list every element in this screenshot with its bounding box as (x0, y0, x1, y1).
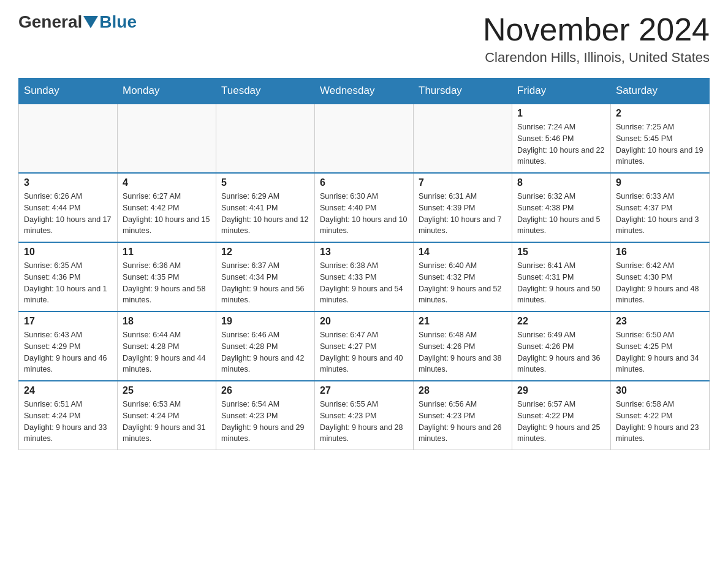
day-number: 27 (320, 385, 408, 396)
calendar-cell: 7Sunrise: 6:31 AMSunset: 4:39 PMDaylight… (414, 173, 512, 242)
calendar-cell: 15Sunrise: 6:41 AMSunset: 4:31 PMDayligh… (512, 242, 611, 312)
calendar-cell: 20Sunrise: 6:47 AMSunset: 4:27 PMDayligh… (315, 312, 414, 381)
day-info: Sunrise: 6:55 AMSunset: 4:23 PMDaylight:… (320, 399, 408, 445)
weekday-header-friday: Friday (512, 79, 611, 104)
day-info: Sunrise: 7:25 AMSunset: 5:45 PMDaylight:… (616, 121, 704, 167)
day-info: Sunrise: 6:41 AMSunset: 4:31 PMDaylight:… (517, 260, 605, 306)
day-info: Sunrise: 6:53 AMSunset: 4:24 PMDaylight:… (123, 399, 211, 445)
logo-triangle-icon (83, 16, 98, 28)
day-number: 14 (419, 247, 507, 258)
weekday-header-row: SundayMondayTuesdayWednesdayThursdayFrid… (19, 79, 710, 104)
calendar-cell (216, 104, 315, 173)
day-number: 4 (123, 177, 211, 188)
calendar-cell: 12Sunrise: 6:37 AMSunset: 4:34 PMDayligh… (216, 242, 315, 312)
day-info: Sunrise: 7:24 AMSunset: 5:46 PMDaylight:… (517, 121, 605, 167)
day-info: Sunrise: 6:47 AMSunset: 4:27 PMDaylight:… (320, 329, 408, 375)
day-info: Sunrise: 6:44 AMSunset: 4:28 PMDaylight:… (123, 329, 211, 375)
day-number: 20 (320, 316, 408, 327)
day-info: Sunrise: 6:46 AMSunset: 4:28 PMDaylight:… (221, 329, 309, 375)
day-number: 26 (221, 385, 309, 396)
day-number: 1 (517, 108, 605, 119)
day-info: Sunrise: 6:56 AMSunset: 4:23 PMDaylight:… (419, 399, 507, 445)
day-number: 15 (517, 247, 605, 258)
day-info: Sunrise: 6:54 AMSunset: 4:23 PMDaylight:… (221, 399, 309, 445)
calendar-cell: 29Sunrise: 6:57 AMSunset: 4:22 PMDayligh… (512, 381, 611, 450)
day-info: Sunrise: 6:30 AMSunset: 4:40 PMDaylight:… (320, 191, 408, 237)
day-number: 17 (24, 316, 112, 327)
calendar-cell: 21Sunrise: 6:48 AMSunset: 4:26 PMDayligh… (414, 312, 512, 381)
day-number: 12 (221, 247, 309, 258)
day-info: Sunrise: 6:58 AMSunset: 4:22 PMDaylight:… (616, 399, 704, 445)
logo-blue-text: Blue (99, 12, 137, 32)
day-number: 5 (221, 177, 309, 188)
day-info: Sunrise: 6:49 AMSunset: 4:26 PMDaylight:… (517, 329, 605, 375)
page-header: General Blue November 2024 Clarendon Hil… (18, 12, 710, 66)
calendar-cell: 23Sunrise: 6:50 AMSunset: 4:25 PMDayligh… (611, 312, 710, 381)
day-number: 3 (24, 177, 112, 188)
location-title: Clarendon Hills, Illinois, United States (483, 50, 710, 66)
day-number: 2 (616, 108, 704, 119)
calendar-cell (118, 104, 216, 173)
calendar-cell: 11Sunrise: 6:36 AMSunset: 4:35 PMDayligh… (118, 242, 216, 312)
day-number: 8 (517, 177, 605, 188)
day-info: Sunrise: 6:26 AMSunset: 4:44 PMDaylight:… (24, 191, 112, 237)
day-info: Sunrise: 6:27 AMSunset: 4:42 PMDaylight:… (123, 191, 211, 237)
day-info: Sunrise: 6:43 AMSunset: 4:29 PMDaylight:… (24, 329, 112, 375)
calendar-cell: 6Sunrise: 6:30 AMSunset: 4:40 PMDaylight… (315, 173, 414, 242)
week-row-3: 10Sunrise: 6:35 AMSunset: 4:36 PMDayligh… (19, 242, 710, 312)
day-info: Sunrise: 6:38 AMSunset: 4:33 PMDaylight:… (320, 260, 408, 306)
calendar-cell: 10Sunrise: 6:35 AMSunset: 4:36 PMDayligh… (19, 242, 118, 312)
calendar-cell: 16Sunrise: 6:42 AMSunset: 4:30 PMDayligh… (611, 242, 710, 312)
calendar-cell: 22Sunrise: 6:49 AMSunset: 4:26 PMDayligh… (512, 312, 611, 381)
calendar-cell: 2Sunrise: 7:25 AMSunset: 5:45 PMDaylight… (611, 104, 710, 173)
calendar-cell: 25Sunrise: 6:53 AMSunset: 4:24 PMDayligh… (118, 381, 216, 450)
day-number: 28 (419, 385, 507, 396)
calendar-cell: 17Sunrise: 6:43 AMSunset: 4:29 PMDayligh… (19, 312, 118, 381)
day-info: Sunrise: 6:35 AMSunset: 4:36 PMDaylight:… (24, 260, 112, 306)
calendar-cell: 24Sunrise: 6:51 AMSunset: 4:24 PMDayligh… (19, 381, 118, 450)
week-row-4: 17Sunrise: 6:43 AMSunset: 4:29 PMDayligh… (19, 312, 710, 381)
day-number: 18 (123, 316, 211, 327)
day-number: 21 (419, 316, 507, 327)
calendar-cell: 14Sunrise: 6:40 AMSunset: 4:32 PMDayligh… (414, 242, 512, 312)
calendar-cell: 8Sunrise: 6:32 AMSunset: 4:38 PMDaylight… (512, 173, 611, 242)
logo-general-text: General (18, 12, 82, 32)
day-number: 30 (616, 385, 704, 396)
calendar-cell: 26Sunrise: 6:54 AMSunset: 4:23 PMDayligh… (216, 381, 315, 450)
day-info: Sunrise: 6:37 AMSunset: 4:34 PMDaylight:… (221, 260, 309, 306)
weekday-header-monday: Monday (118, 79, 216, 104)
logo: General Blue (18, 12, 137, 32)
weekday-header-tuesday: Tuesday (216, 79, 315, 104)
calendar-cell (414, 104, 512, 173)
calendar-cell (315, 104, 414, 173)
day-number: 13 (320, 247, 408, 258)
calendar-cell: 18Sunrise: 6:44 AMSunset: 4:28 PMDayligh… (118, 312, 216, 381)
calendar-cell: 1Sunrise: 7:24 AMSunset: 5:46 PMDaylight… (512, 104, 611, 173)
week-row-1: 1Sunrise: 7:24 AMSunset: 5:46 PMDaylight… (19, 104, 710, 173)
calendar-cell: 5Sunrise: 6:29 AMSunset: 4:41 PMDaylight… (216, 173, 315, 242)
week-row-2: 3Sunrise: 6:26 AMSunset: 4:44 PMDaylight… (19, 173, 710, 242)
day-number: 23 (616, 316, 704, 327)
calendar-cell: 19Sunrise: 6:46 AMSunset: 4:28 PMDayligh… (216, 312, 315, 381)
title-section: November 2024 Clarendon Hills, Illinois,… (483, 12, 710, 66)
calendar-cell (19, 104, 118, 173)
weekday-header-saturday: Saturday (611, 79, 710, 104)
day-info: Sunrise: 6:51 AMSunset: 4:24 PMDaylight:… (24, 399, 112, 445)
day-info: Sunrise: 6:50 AMSunset: 4:25 PMDaylight:… (616, 329, 704, 375)
day-info: Sunrise: 6:31 AMSunset: 4:39 PMDaylight:… (419, 191, 507, 237)
calendar-cell: 4Sunrise: 6:27 AMSunset: 4:42 PMDaylight… (118, 173, 216, 242)
day-number: 9 (616, 177, 704, 188)
day-number: 7 (419, 177, 507, 188)
month-title: November 2024 (483, 12, 710, 47)
day-number: 10 (24, 247, 112, 258)
weekday-header-thursday: Thursday (414, 79, 512, 104)
day-info: Sunrise: 6:40 AMSunset: 4:32 PMDaylight:… (419, 260, 507, 306)
day-number: 29 (517, 385, 605, 396)
weekday-header-wednesday: Wednesday (315, 79, 414, 104)
calendar-cell: 9Sunrise: 6:33 AMSunset: 4:37 PMDaylight… (611, 173, 710, 242)
day-info: Sunrise: 6:42 AMSunset: 4:30 PMDaylight:… (616, 260, 704, 306)
calendar-cell: 27Sunrise: 6:55 AMSunset: 4:23 PMDayligh… (315, 381, 414, 450)
day-number: 25 (123, 385, 211, 396)
day-info: Sunrise: 6:48 AMSunset: 4:26 PMDaylight:… (419, 329, 507, 375)
calendar-cell: 3Sunrise: 6:26 AMSunset: 4:44 PMDaylight… (19, 173, 118, 242)
